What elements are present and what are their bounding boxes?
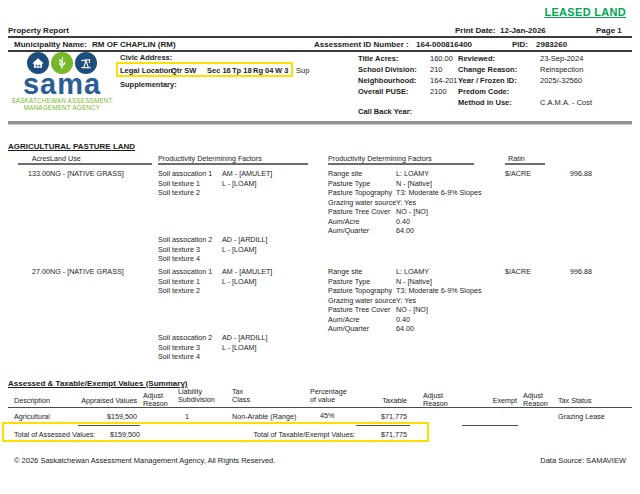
- col-pdf-right: Productivity Determining Factors: [328, 154, 474, 165]
- soil-label: Soil assocation 1: [158, 267, 212, 276]
- rate-label: $/ACRE: [505, 169, 531, 178]
- pasture-label: Pasture Topography: [328, 286, 392, 295]
- detail-value: C.A.M.A. - Cost: [540, 98, 592, 107]
- sama-logo: sama SASKATCHEWAN ASSESSMENT MANAGEMENT …: [8, 52, 116, 120]
- pasture-label: Aum/Acre: [328, 315, 360, 324]
- col-taxable: Taxable: [360, 396, 407, 405]
- detail-label: Neighbourhood:: [358, 76, 416, 85]
- col-appraised-values: Appraised Values: [60, 396, 137, 405]
- detail-value: Reinspection: [540, 65, 583, 74]
- taxable-total-label: Total of Taxable/Exempt Values:: [240, 430, 355, 439]
- pasture-label: Pasture Type: [328, 179, 370, 188]
- soil-value: L - [LOAM]: [222, 277, 256, 286]
- acres-value: 27.00: [18, 267, 50, 276]
- page-number: Page 1: [596, 26, 622, 35]
- summary-table-header: Description Appraised Values AdjustReaso…: [8, 387, 632, 408]
- land-use-value: NG - [NATIVE GRASS]: [50, 169, 124, 178]
- col-liability-subdivision: LiabilitySubdivision: [178, 388, 215, 404]
- pasture-value: N - [Native]: [396, 179, 432, 188]
- exempt-rule: [462, 425, 518, 426]
- col-adjust-reason: AdjustReason: [423, 392, 448, 408]
- detail-value: 2025/-32560: [540, 76, 582, 85]
- col-percentage-of-value: Percentageof value: [310, 388, 347, 404]
- soil-label: Soil texture 3: [158, 245, 200, 254]
- assessed-total-rule: [78, 425, 140, 426]
- detail-value: 23-Sep-2024: [540, 54, 583, 63]
- pasture-label: Range site: [328, 267, 362, 276]
- detail-label: Reviewed:: [458, 54, 495, 63]
- rate-value: 996.88: [548, 267, 592, 276]
- print-date-value: 12-Jan-2026: [500, 26, 546, 35]
- pasture-label: Aum/Quarter: [328, 226, 369, 235]
- liability-value: 1: [185, 412, 189, 421]
- col-adjust-reason: AdjustReason: [523, 392, 548, 408]
- copyright-text: © 2026 Saskatchewan Assessment Managemen…: [14, 456, 275, 465]
- land-table-header: Acres Land Use Productivity Determining …: [8, 154, 632, 165]
- detail-label: School Division:: [358, 65, 417, 74]
- print-date-label: Print Date:: [455, 26, 495, 35]
- sama-wordmark: sama: [8, 71, 116, 97]
- col-pdf-left: Productivity Determining Factors: [158, 154, 308, 165]
- assessment-id-value: 164-000816400: [416, 40, 472, 49]
- soil-value: AM - [AMULET]: [222, 267, 272, 276]
- soil-label: Soil texture 1: [158, 277, 200, 286]
- taxable-value: $71,775: [360, 412, 407, 421]
- taxable-total-rule: [356, 425, 410, 426]
- detail-label: Overall PUSE:: [358, 87, 408, 96]
- report-title-row: Property Report Print Date: 12-Jan-2026 …: [8, 25, 632, 38]
- leased-land-banner: LEASED LAND: [544, 6, 626, 18]
- soil-label: Soil texture 2: [158, 188, 200, 197]
- soil-value: AD - [ARDILL]: [222, 235, 268, 244]
- tax-status-value: Grazing Lease: [558, 412, 605, 421]
- legal-sec: Sec 16: [207, 66, 231, 75]
- soil-value: L - [LOAM]: [222, 343, 256, 352]
- acres-value: 133.00: [18, 169, 50, 178]
- detail-label: Year / Frozen ID:: [458, 76, 517, 85]
- pasture-label: Pasture Topography: [328, 188, 392, 197]
- soil-label: Soil texture 3: [158, 343, 200, 352]
- pid-value: 2983260: [536, 40, 567, 49]
- pasture-value: L: LOAMY: [396, 267, 429, 276]
- assessment-id-label: Assessment ID Number :: [314, 40, 409, 49]
- detail-label: Title Acres:: [358, 54, 398, 63]
- soil-label: Soil texture 1: [158, 179, 200, 188]
- soil-value: L - [LOAM]: [222, 245, 256, 254]
- legal-tp: Tp 18: [232, 66, 252, 75]
- land-row: 133.00 NG - [NATIVE GRASS] Soil assocati…: [8, 169, 632, 264]
- pasture-value: NO - [NO]: [396, 305, 428, 314]
- pasture-value: 0.40: [396, 217, 410, 226]
- soil-label: Soil texture 4: [158, 352, 200, 361]
- summary-data-row: Agricultural $159,500 1 Non-Arable (Rang…: [8, 410, 632, 422]
- detail-value: 2100: [430, 87, 447, 96]
- assessed-total-value: $159,500: [70, 430, 140, 439]
- pasture-label: Grazing water source: [328, 198, 396, 207]
- legal-sup: Sup: [296, 66, 309, 75]
- municipality-label: Municipality Name:: [14, 40, 87, 49]
- detail-value: 164-201: [430, 76, 458, 85]
- soil-label: Soil assocation 1: [158, 169, 212, 178]
- pasture-value: NO - [NO]: [396, 207, 428, 216]
- summary-totals-row: Total of Assessed Values: $159,500 Total…: [8, 428, 632, 440]
- land-use-value: NG - [NATIVE GRASS]: [50, 267, 124, 276]
- soil-label: Soil assocation 2: [158, 235, 212, 244]
- pasture-label: Aum/Acre: [328, 217, 360, 226]
- pasture-value: N - [Native]: [396, 277, 432, 286]
- soil-label: Soil texture 4: [158, 254, 200, 263]
- sama-tagline-line2: MANAGEMENT AGENCY: [8, 104, 116, 111]
- soil-label: Soil assocation 2: [158, 333, 212, 342]
- pasture-label: Range site: [328, 169, 362, 178]
- pasture-value: T3: Moderate 6-9% Slopes: [396, 188, 482, 197]
- description-value: Agricultural: [14, 412, 50, 421]
- col-rating: Ratin: [505, 154, 545, 165]
- pasture-value: T3: Moderate 6-9% Slopes: [396, 286, 482, 295]
- legal-location-label: Legal Location:: [120, 66, 175, 75]
- pasture-label: Grazing water source: [328, 296, 396, 305]
- soil-value: AD - [ARDILL]: [222, 333, 268, 342]
- col-land-use: Land Use: [48, 154, 152, 165]
- pasture-value: L: LOAMY: [396, 169, 429, 178]
- data-source-text: Data Source: SAMAVIEW: [540, 456, 626, 465]
- detail-value: 160.00: [430, 54, 453, 63]
- supplementary-label: Supplementary:: [120, 80, 177, 89]
- pasture-label: Pasture Tree Cover: [328, 207, 390, 216]
- col-acres: Acres: [18, 154, 50, 165]
